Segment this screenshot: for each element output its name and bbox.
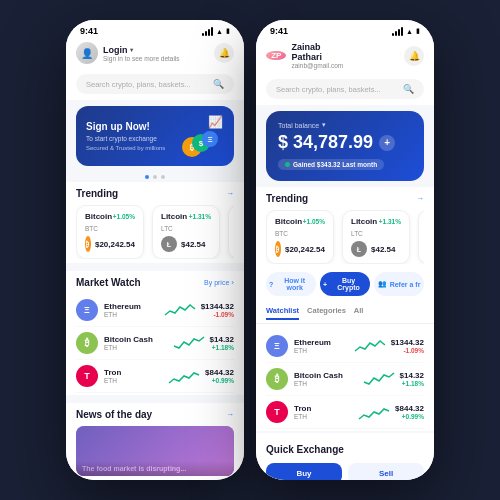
signal-bar-5: [392, 33, 394, 36]
trending-card-litecoin[interactable]: Litcoin +1.31% LTC Ł $42.54: [152, 205, 220, 259]
balance-amount: $ 34,787.99 +: [278, 132, 412, 153]
status-icons-2: ▲ ▮: [392, 27, 420, 36]
ltc-symbol: LTC: [161, 225, 211, 232]
search-placeholder-1: Search crypto, plans, baskets...: [86, 80, 208, 89]
tab-all[interactable]: All: [354, 303, 364, 320]
tron-market-info-2: Tron ETH: [294, 404, 353, 420]
market-item-bch[interactable]: ₿ Bitcoin Cash ETH $14.32 +1.18%: [76, 327, 234, 360]
tron-market-price: $844.32: [205, 368, 234, 377]
btc-price: $20,242.54: [95, 240, 135, 249]
by-price-text: By price: [204, 279, 229, 286]
market-item-tron-2[interactable]: T Tron ETH $844.32 +0.99%: [266, 396, 424, 429]
sell-button[interactable]: Sell: [348, 463, 424, 480]
tron-market-info: Tron ETH: [104, 368, 163, 384]
news-image-1[interactable]: The food market is disrupting...: [76, 426, 234, 476]
status-time-2: 9:41: [270, 26, 288, 36]
notification-button-2[interactable]: 🔔: [404, 46, 424, 66]
bch-market-price-2: $14.32: [400, 371, 424, 380]
trending-action-2[interactable]: →: [416, 194, 424, 203]
coin-blue: Ξ: [202, 131, 218, 147]
status-bar-2: 9:41 ▲ ▮: [256, 20, 434, 38]
trending-card-bitcoin[interactable]: Bitcoin +1.05% BTC ₿ $20,242.54: [76, 205, 144, 259]
how-it-work-button[interactable]: ? How it work: [266, 272, 316, 296]
market-action-1[interactable]: By price ›: [204, 278, 234, 287]
header-user-loggedout: 👤 Login ▾ Sign in to see more details: [76, 42, 180, 64]
btc-change: +1.05%: [113, 213, 135, 220]
tab-categories[interactable]: Categories: [307, 303, 346, 320]
status-bar-1: 9:41 ▲ ▮: [66, 20, 244, 38]
ltc-price: $42.54: [181, 240, 205, 249]
buy-button[interactable]: Buy: [266, 463, 342, 480]
search-input-1[interactable]: Search crypto, plans, baskets... 🔍: [76, 74, 234, 94]
tron-market-change: +0.99%: [205, 377, 234, 384]
tron-sparkline-2: [359, 403, 389, 421]
buy-crypto-label: Buy Crypto: [330, 277, 367, 291]
eth-market-price: $1344.32: [201, 302, 234, 311]
btc-name: Bitcoin: [85, 212, 112, 221]
notification-button-1[interactable]: 🔔: [214, 43, 234, 63]
ltc-change: +1.31%: [189, 213, 211, 220]
btc-symbol: BTC: [85, 225, 135, 232]
ltc-row: Ł $42.54: [161, 236, 211, 252]
market-item-bch-2[interactable]: ₿ Bitcoin Cash ETH $14.32 +1.18%: [266, 363, 424, 396]
signup-banner[interactable]: Sign up Now! To start crypto exchange Se…: [76, 106, 234, 166]
market-header-1: Market Watch By price ›: [76, 277, 234, 288]
market-title-1: Market Watch: [76, 277, 141, 288]
header-title-loggedout: Login ▾: [103, 45, 180, 55]
btc-icon-2: ₿: [275, 241, 281, 257]
ltc-change-2: +1.31%: [379, 218, 401, 225]
header-user-loggedin: ZP Zainab Pathari zainb@gmail.com: [266, 42, 343, 69]
refer-label: Refer a fr: [390, 281, 421, 288]
trending-action-1[interactable]: →: [226, 189, 234, 198]
bch-market-change-2: +1.18%: [400, 380, 424, 387]
tron-market-change-2: +0.99%: [395, 413, 424, 420]
btc-row-2: ₿ $20,242.54: [275, 241, 325, 257]
news-header-1: News of the day →: [76, 409, 234, 420]
bch-sparkline: [174, 334, 204, 352]
signal-bar-2: [205, 31, 207, 36]
signal-bar-1: [202, 33, 204, 36]
trending-card-partial-2[interactable]: B: [418, 210, 424, 264]
trending-card-bitcoin-2[interactable]: Bitcoin +1.05% BTC ₿ $20,242.54: [266, 210, 334, 264]
header-email-loggedin: zainb@gmail.com: [291, 62, 343, 69]
dot-3: [161, 175, 165, 179]
ltc-icon-2: Ł: [351, 241, 367, 257]
eth-market-name: Ethereum: [104, 302, 159, 311]
tab-watchlist[interactable]: Watchlist: [266, 303, 299, 320]
eth-market-icon-2: Ξ: [266, 335, 288, 357]
bch-market-name-2: Bitcoin Cash: [294, 371, 358, 380]
trending-title-1: Trending: [76, 188, 118, 199]
news-title-1: News of the day: [76, 409, 152, 420]
market-item-tron[interactable]: T Tron ETH $844.32 +0.99%: [76, 360, 234, 393]
refer-button[interactable]: 👥 Refer a fr: [374, 272, 424, 296]
banner-subtitle: To start crypto exchange: [86, 135, 182, 142]
trending-card-litecoin-2[interactable]: Litcoin +1.31% LTC Ł $42.54: [342, 210, 410, 264]
header-text-loggedout: Login ▾ Sign in to see more details: [103, 45, 180, 62]
market-item-eth-2[interactable]: Ξ Ethereum ETH $1344.32 -1.09%: [266, 330, 424, 363]
header-subtitle-loggedout: Sign in to see more details: [103, 55, 180, 62]
trending-header-2: Trending →: [266, 193, 424, 204]
tron-market-icon: T: [76, 365, 98, 387]
eth-market-change-2: -1.09%: [391, 347, 424, 354]
trending-card-partial[interactable]: B: [228, 205, 234, 259]
bch-market-info-2: Bitcoin Cash ETH: [294, 371, 358, 387]
banner-title: Sign up Now!: [86, 121, 182, 133]
status-time-1: 9:41: [80, 26, 98, 36]
battery-icon-2: ▮: [416, 27, 420, 35]
tron-price-col: $844.32 +0.99%: [205, 368, 234, 384]
add-balance-button[interactable]: +: [379, 135, 395, 151]
search-input-2[interactable]: Search crypto, plans, baskets... 🔍: [266, 79, 424, 99]
header-loggedin: ZP Zainab Pathari zainb@gmail.com 🔔: [256, 38, 434, 75]
exchange-buttons: Buy Sell: [266, 463, 424, 480]
signal-bars-2: [392, 27, 403, 36]
dot-2: [153, 175, 157, 179]
eth-market-name-2: Ethereum: [294, 338, 349, 347]
bch-market-icon: ₿: [76, 332, 98, 354]
eth-market-change: -1.09%: [201, 311, 234, 318]
market-item-eth[interactable]: Ξ Ethereum ETH $1344.32 -1.09%: [76, 294, 234, 327]
btc-name-2: Bitcoin: [275, 217, 302, 226]
buy-crypto-button[interactable]: + Buy Crypto: [320, 272, 370, 296]
tron-sparkline: [169, 367, 199, 385]
trending-arrow-1: →: [226, 189, 234, 198]
bch-market-name: Bitcoin Cash: [104, 335, 168, 344]
